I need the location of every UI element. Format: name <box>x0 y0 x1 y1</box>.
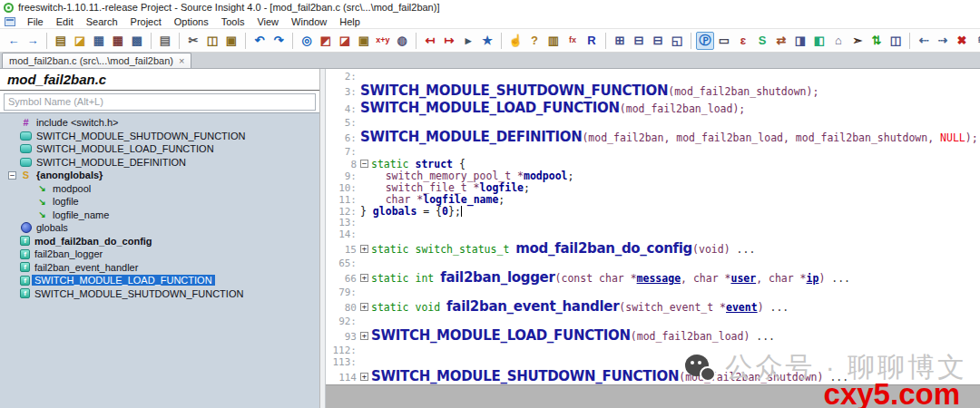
split-window-icon[interactable]: ◫ <box>887 32 905 50</box>
symbol-item-fail2ban-logger[interactable]: fail2ban_logger <box>0 248 319 261</box>
open-file-icon[interactable]: ◪ <box>71 32 89 50</box>
replace-icon[interactable]: x+y <box>374 32 392 50</box>
fold-expand-icon[interactable]: + <box>360 303 368 311</box>
search-backward-icon[interactable]: ◩ <box>317 32 335 50</box>
shift-left-icon[interactable]: ↤ <box>421 32 439 50</box>
symbol-item-switch-module-definition[interactable]: SWITCH_MODULE_DEFINITION <box>0 156 319 170</box>
menu-view[interactable]: View <box>250 15 285 28</box>
symbol-item-globals[interactable]: globals <box>0 221 319 235</box>
call-graph-icon[interactable]: ɛ <box>734 32 752 50</box>
code-line-14[interactable]: 14: <box>326 228 980 240</box>
sync-windows-icon[interactable]: ⇅ <box>867 32 886 50</box>
code-line-15[interactable]: 15+static switch_status_t mod_fail2ban_d… <box>326 240 980 257</box>
code-line-13[interactable]: 13: <box>326 217 980 228</box>
select-block-icon[interactable]: ▭ <box>715 32 733 50</box>
code-line-66[interactable]: 66+static int fail2ban_logger(const char… <box>326 269 980 287</box>
code-line-6[interactable]: 6:SWITCH_MODULE_DEFINITION(mod_fail2ban,… <box>326 129 980 146</box>
references-icon[interactable]: ▥ <box>544 32 563 50</box>
print-icon[interactable]: ▤ <box>156 32 174 50</box>
undo-checkout-icon[interactable]: ✖ <box>953 32 971 50</box>
menu-edit[interactable]: Edit <box>50 15 80 28</box>
code-line-9[interactable]: 9: switch_memory_pool_t *modpool; <box>326 170 980 181</box>
home-icon[interactable]: ⌂ <box>829 32 848 50</box>
fold-expand-icon[interactable]: + <box>360 373 368 381</box>
code-line-113[interactable]: 113: <box>326 356 980 368</box>
code-line-8[interactable]: 8−static struct { <box>326 158 980 170</box>
context-help-icon[interactable]: ? <box>525 32 544 50</box>
cascade-windows-icon[interactable]: ◱ <box>668 32 686 50</box>
menu-search[interactable]: Search <box>80 15 124 28</box>
paste-icon[interactable]: ▣ <box>222 32 240 50</box>
function-index-icon[interactable]: fx <box>564 32 582 50</box>
code-line-79[interactable]: 79: <box>326 287 980 298</box>
save-as-icon[interactable]: ▦ <box>109 32 127 50</box>
symbol-item-switch-module-load-function[interactable]: SWITCH_MODULE_LOAD_FUNCTION <box>0 274 319 287</box>
tab-mod-fail2ban[interactable]: mod_fail2ban.c (src\...\mod_fail2ban) × <box>2 53 191 68</box>
code-line-5[interactable]: 5: <box>326 117 980 129</box>
copy-icon[interactable]: ◫ <box>203 32 221 50</box>
redo-icon[interactable]: ↷ <box>270 32 288 50</box>
browse-symbols-icon[interactable]: ☝ <box>506 32 524 50</box>
code-line-92[interactable]: 92: <box>326 316 980 327</box>
symbol-item-switch-module-load-function[interactable]: SWITCH_MODULE_LOAD_FUNCTION <box>0 142 319 156</box>
source-view-icon[interactable]: S <box>753 32 771 50</box>
save-icon[interactable]: ▦ <box>90 32 108 50</box>
search-project-icon[interactable]: ◍ <box>393 32 411 50</box>
tile-grid-icon[interactable]: ⊞ <box>611 32 629 50</box>
symbol-item-mod-fail2ban-do-config[interactable]: mod_fail2ban_do_config <box>0 235 319 248</box>
forward-icon[interactable]: → <box>24 32 42 50</box>
code-line-65[interactable]: 65: <box>326 257 980 269</box>
tree-expander-icon[interactable]: − <box>8 171 16 180</box>
fold-expand-icon[interactable]: + <box>360 245 368 253</box>
menu-window[interactable]: Window <box>285 15 333 28</box>
code-line-10[interactable]: 10: switch_file_t *logfile; <box>326 181 980 193</box>
symbol-item-include-switch-h-[interactable]: include <switch.h> <box>0 116 319 130</box>
menu-help[interactable]: Help <box>333 15 367 28</box>
symbol-item-logfile-name[interactable]: logfile_name <box>0 209 319 222</box>
symbol-item-switch-module-shutdown-function[interactable]: SWITCH_MODULE_SHUTDOWN_FUNCTION <box>0 130 319 143</box>
browse-files-icon[interactable]: ◧ <box>810 32 828 50</box>
symbol-item-fail2ban-event-handler[interactable]: fail2ban_event_handler <box>0 261 319 275</box>
code-line-2[interactable]: 2: <box>326 71 980 83</box>
search-icon[interactable]: ◎ <box>298 32 316 50</box>
cut-icon[interactable]: ✂ <box>184 32 202 50</box>
code-editor[interactable]: 2:3:SWITCH_MODULE_SHUTDOWN_FUNCTION(mod_… <box>326 69 980 408</box>
sync-to-source-icon[interactable]: ⇞ <box>972 32 980 50</box>
menu-tools[interactable]: Tools <box>215 15 251 28</box>
tab-close-icon[interactable]: × <box>179 56 184 66</box>
play-pause-icon[interactable]: Ⓟ <box>696 32 714 50</box>
symbol-item--anonglobals-[interactable]: −{anonglobals} <box>0 169 319 182</box>
shift-right-icon[interactable]: ↦ <box>440 32 458 50</box>
link-windows-icon[interactable]: ⇄ <box>772 32 790 50</box>
mdi-document-icon[interactable] <box>5 17 15 26</box>
tile-rows-icon[interactable]: ⊟ <box>649 32 667 50</box>
search-files-icon[interactable]: ▣ <box>355 32 373 50</box>
menu-file[interactable]: File <box>21 15 50 28</box>
save-all-icon[interactable]: ▩ <box>128 32 146 50</box>
fold-expand-icon[interactable]: + <box>360 332 368 340</box>
tile-one-icon[interactable]: ⊟ <box>630 32 648 50</box>
code-line-80[interactable]: 80+static void fail2ban_event_handler(sw… <box>326 298 980 316</box>
menu-options[interactable]: Options <box>168 15 215 28</box>
menu-project[interactable]: Project <box>124 15 168 28</box>
new-file-icon[interactable]: ▤ <box>52 32 70 50</box>
symbol-item-logfile[interactable]: logfile <box>0 195 319 209</box>
code-line-112[interactable]: 112: <box>326 345 980 356</box>
fold-collapse-icon[interactable]: − <box>360 160 368 168</box>
undo-icon[interactable]: ↶ <box>250 32 269 50</box>
goto-symbol-icon[interactable]: ▸ <box>459 32 477 50</box>
code-line-11[interactable]: 11: char *logfile_name; <box>326 193 980 205</box>
check-in-icon[interactable]: ⇢ <box>934 32 952 50</box>
back-icon[interactable]: ← <box>5 32 23 50</box>
relation-window-icon[interactable]: R <box>583 32 601 50</box>
search-forward-icon[interactable]: ◪ <box>336 32 354 50</box>
symbol-item-switch-module-shutdown-function[interactable]: SWITCH_MODULE_SHUTDOWN_FUNCTION <box>0 287 319 301</box>
bookmark-icon[interactable]: ★ <box>478 32 496 50</box>
check-out-icon[interactable]: ⇠ <box>915 32 933 50</box>
code-line-12[interactable]: 12:} globals = {0}; <box>326 205 980 217</box>
code-line-7[interactable]: 7: <box>326 146 980 158</box>
symbol-item-modpool[interactable]: modpool <box>0 182 319 196</box>
fold-expand-icon[interactable]: + <box>360 274 368 282</box>
code-line-3[interactable]: 3:SWITCH_MODULE_SHUTDOWN_FUNCTION(mod_fa… <box>326 83 980 100</box>
symbol-search-input[interactable] <box>4 93 316 111</box>
